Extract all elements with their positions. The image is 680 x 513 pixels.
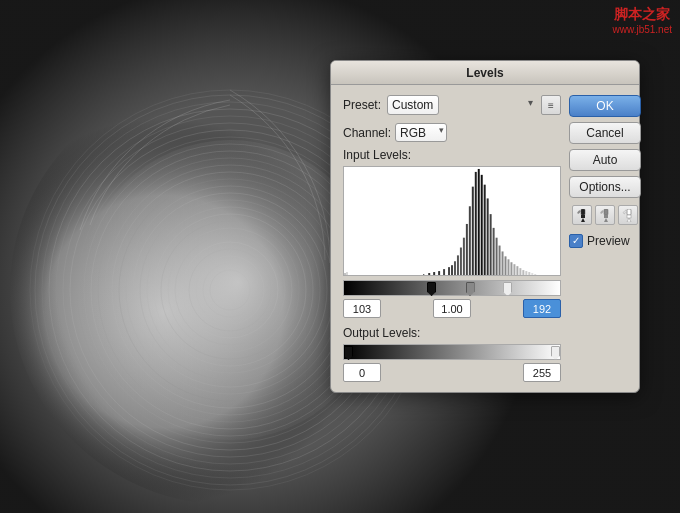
svg-rect-34 [423,274,424,275]
input-slider-bar[interactable] [343,280,561,296]
svg-rect-57 [502,251,504,275]
input-white-value[interactable] [523,299,561,318]
svg-rect-45 [466,224,468,275]
svg-rect-46 [469,206,471,275]
svg-rect-68 [534,274,536,275]
eyedropper-gray-icon [599,209,612,222]
svg-rect-38 [443,269,445,275]
channel-select-wrapper: RGB [395,123,447,142]
preset-row: Preset: Custom ≡ [343,95,561,115]
svg-rect-67 [531,273,533,275]
svg-rect-37 [438,271,440,275]
ok-button[interactable]: OK [569,95,641,117]
svg-rect-52 [487,198,489,275]
histogram-svg [344,167,560,275]
svg-rect-54 [493,228,495,275]
eyedropper-white-icon [622,209,635,222]
options-button[interactable]: Options... [569,176,641,198]
svg-rect-80 [622,209,626,213]
svg-rect-50 [481,175,483,275]
svg-rect-35 [428,273,430,275]
watermark-title: 脚本之家 [613,6,672,24]
svg-marker-71 [581,218,585,222]
dialog-right-panel: OK Cancel Auto Options... [569,95,641,382]
eyedropper-row [569,205,641,225]
output-white-value[interactable] [523,363,561,382]
svg-rect-60 [510,262,512,275]
svg-rect-53 [490,214,492,275]
eyedropper-gray-button[interactable] [595,205,615,225]
preview-label: Preview [587,234,630,248]
levels-dialog: Levels Preset: Custom ≡ Channel: [330,60,640,393]
channel-select[interactable]: RGB [395,123,447,142]
output-black-value[interactable] [343,363,381,382]
dialog-titlebar: Levels [331,61,639,85]
input-black-value[interactable] [343,299,381,318]
watermark: 脚本之家 www.jb51.net [613,6,672,35]
dialog-left-panel: Preset: Custom ≡ Channel: RGB [343,95,561,382]
watermark-url: www.jb51.net [613,24,672,35]
svg-rect-41 [454,261,456,275]
histogram-container [343,166,561,276]
input-values-row [343,299,561,318]
channel-row: Channel: RGB [343,123,561,142]
svg-rect-43 [460,248,462,275]
svg-rect-44 [463,238,465,275]
input-mid-value[interactable] [433,299,471,318]
svg-rect-70 [581,215,585,218]
svg-rect-32 [344,273,346,275]
svg-rect-42 [457,255,459,275]
svg-rect-72 [576,209,580,213]
preset-menu-icon: ≡ [548,100,554,111]
svg-rect-39 [448,267,450,275]
preview-row: Preview [569,234,641,248]
channel-label: Channel: [343,126,391,140]
svg-marker-75 [604,218,608,222]
preset-select[interactable]: Custom [387,95,439,115]
svg-rect-55 [496,238,498,275]
svg-rect-62 [516,266,518,275]
svg-rect-48 [475,172,477,275]
svg-rect-65 [525,271,527,275]
preset-select-wrapper: Custom [387,95,537,115]
svg-rect-77 [627,209,631,215]
preset-menu-button[interactable]: ≡ [541,95,561,115]
svg-rect-40 [451,265,453,275]
svg-rect-49 [478,169,480,275]
svg-rect-63 [519,268,521,275]
svg-rect-73 [604,209,608,215]
preset-label: Preset: [343,98,381,112]
svg-rect-58 [505,256,507,275]
svg-rect-69 [581,209,585,215]
output-levels-label: Output Levels: [343,326,561,340]
svg-rect-61 [513,264,515,275]
svg-rect-59 [507,259,509,275]
auto-button[interactable]: Auto [569,149,641,171]
svg-rect-51 [484,185,486,275]
cancel-button[interactable]: Cancel [569,122,641,144]
output-slider-bar[interactable] [343,344,561,360]
svg-rect-64 [522,270,524,275]
input-levels-label: Input Levels: [343,148,561,162]
svg-rect-31 [344,167,560,275]
eyedropper-black-icon [576,209,589,222]
output-values-row [343,363,561,382]
svg-rect-76 [599,209,603,213]
preview-checkbox[interactable] [569,234,583,248]
svg-rect-56 [499,246,501,275]
svg-rect-36 [433,272,435,275]
eyedropper-white-button[interactable] [618,205,638,225]
dialog-title: Levels [466,66,503,80]
svg-rect-74 [604,215,608,218]
eyedropper-black-button[interactable] [572,205,592,225]
svg-rect-47 [472,187,474,275]
svg-rect-33 [346,272,348,275]
svg-rect-66 [528,272,530,275]
svg-marker-79 [627,218,631,222]
